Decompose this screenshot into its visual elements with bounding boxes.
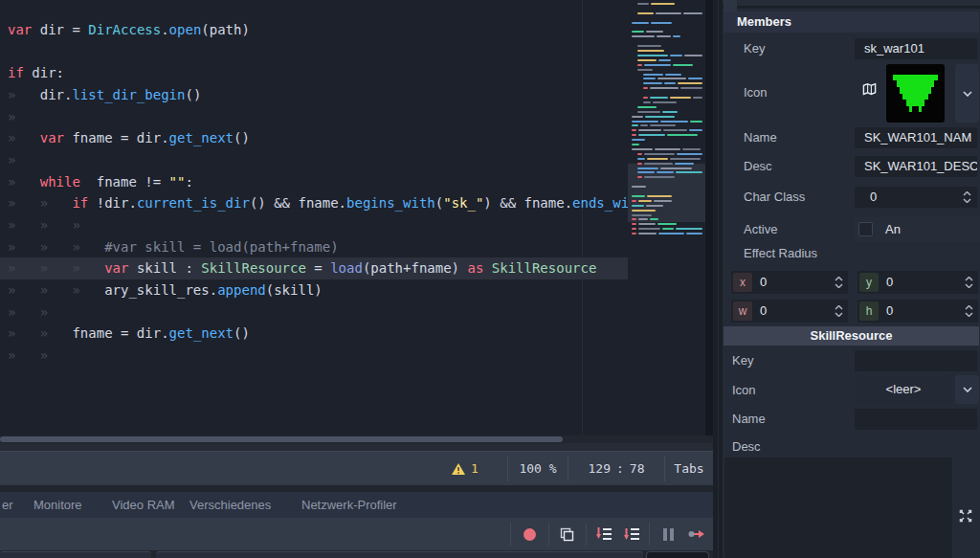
indent-mode-indicator[interactable]: Tabs (665, 452, 713, 485)
debugger-content-top (0, 550, 713, 558)
minimap-bar (637, 158, 645, 160)
debugger-tab-verschiedenes[interactable]: Verschiedenes (189, 492, 271, 518)
code-line[interactable]: » while fname != "": (8, 171, 628, 193)
sr-icon-dropdown[interactable]: <leer> (855, 375, 952, 404)
code-token: begins_with (346, 195, 435, 211)
code-line[interactable]: » » (8, 301, 628, 324)
code-line[interactable]: » » » var skill : SkillResource = load(p… (8, 257, 628, 279)
warning-count: 1 (471, 461, 479, 476)
zoom-indicator[interactable]: 100 % (508, 452, 568, 485)
skillresource-section-header[interactable]: SkillResource (724, 326, 979, 346)
effect-radius-label: Effect Radius (744, 243, 817, 264)
minimap-bar (637, 3, 649, 5)
minimap-bar (693, 97, 702, 99)
minimap-bar (689, 129, 702, 131)
step-over-button[interactable] (619, 522, 644, 547)
code-line[interactable]: » » » (8, 214, 628, 236)
debugger-tab-netzwerk-profiler[interactable]: Netzwerk-Profiler (301, 492, 397, 518)
vertical-scrollbar[interactable] (705, 0, 713, 435)
effect-radius-h-spinbox[interactable]: h 0 (858, 300, 978, 323)
warnings-indicator[interactable]: 1 (423, 452, 507, 485)
code-line[interactable]: » » » #var skill = load(path+fname) (8, 236, 628, 258)
code-area[interactable]: var dir = DirAccess.open(path)if dir:» d… (0, 0, 713, 435)
members-icon-dropdown-button[interactable] (955, 64, 979, 123)
code-line[interactable]: var dir = DirAccess.open(path) (8, 19, 628, 41)
code-token: DirAccess (88, 22, 161, 37)
effect-radius-w-spinbox[interactable]: w 0 (731, 300, 848, 323)
effect-radius-y-spinbox[interactable]: y 0 (858, 271, 978, 294)
sr-key-field[interactable] (855, 350, 977, 371)
continue-button[interactable] (684, 522, 709, 547)
spinner-updown-icon[interactable] (835, 305, 843, 317)
sr-name-field[interactable] (855, 409, 977, 430)
minimap-bar (632, 195, 645, 197)
horizontal-scrollbar[interactable] (0, 435, 713, 443)
minimap-bar (637, 69, 653, 71)
members-name-field[interactable]: SK_WAR101_NAM (855, 127, 977, 148)
debugger-tab-video-ram[interactable]: Video RAM (112, 492, 175, 518)
code-token: » (8, 325, 40, 341)
texture-resource-icon (862, 82, 877, 97)
code-line[interactable]: » » fname = dir.get_next() (8, 323, 628, 345)
copy-icon (559, 526, 574, 542)
spinner-updown-icon[interactable] (835, 277, 843, 288)
members-icon-preview[interactable] (886, 64, 945, 123)
step-into-button[interactable] (591, 522, 616, 547)
panel-block (156, 551, 643, 558)
debugger-tab-er[interactable]: er (2, 492, 13, 518)
code-token: » (72, 260, 104, 276)
code-line[interactable]: if dir: (8, 62, 628, 84)
code-line[interactable]: » var fname = dir.get_next() (8, 127, 628, 149)
spinner-updown-icon[interactable] (963, 191, 971, 203)
copy-button[interactable] (554, 522, 579, 547)
minimap-bar (643, 82, 662, 84)
sr-desc-label: Desc (732, 436, 761, 458)
toolbar-separator (649, 523, 650, 546)
dock-splitter[interactable] (713, 0, 723, 558)
code-line[interactable]: » » » ary_skill_res.append(skill) (8, 279, 628, 301)
char-class-spinbox[interactable]: 0 (855, 187, 977, 208)
minimap-bar (637, 167, 658, 169)
record-button[interactable] (517, 522, 542, 547)
pause-button[interactable] (656, 522, 680, 547)
minimap-bar (643, 101, 651, 103)
minimap-bar (656, 12, 681, 14)
active-checkbox[interactable] (858, 222, 873, 236)
expand-textarea-button[interactable] (957, 507, 974, 525)
members-section-header[interactable]: Members (724, 11, 979, 33)
axis-y-chip: y (859, 273, 879, 292)
code-line[interactable] (8, 41, 628, 63)
code-token: » (8, 239, 40, 255)
code-line[interactable]: » (8, 149, 628, 171)
minimap-bar (632, 144, 639, 145)
code-token: = (306, 260, 330, 276)
code-token: (path+fname) (363, 260, 468, 276)
pause-icon (663, 528, 674, 541)
effect-radius-x-spinbox[interactable]: x 0 (731, 271, 848, 294)
axis-w-chip: w (733, 301, 752, 321)
code-minimap[interactable] (628, 0, 705, 435)
code-line[interactable]: » dir.list_dir_begin() (8, 84, 628, 106)
debugger-toolbar (0, 518, 713, 550)
spinner-updown-icon[interactable] (965, 305, 973, 317)
debugger-tab-monitore[interactable]: Monitore (33, 492, 82, 518)
code-line[interactable]: » » (8, 345, 628, 367)
minimap-bar (650, 87, 679, 89)
code-line[interactable]: » » if !dir.current_is_dir() && fname.be… (8, 192, 628, 214)
members-key-field[interactable]: sk_war101 (855, 38, 977, 59)
code-token: dir. (40, 87, 73, 102)
horizontal-scrollbar-thumb[interactable] (0, 436, 563, 442)
code-token: . (161, 22, 168, 37)
sr-icon-dropdown-button[interactable] (955, 375, 979, 404)
code-token: » (72, 217, 79, 233)
minimap-bar (638, 129, 661, 131)
members-desc-field[interactable]: SK_WAR101_DESC (855, 156, 977, 177)
code-token: » (8, 87, 40, 102)
code-token: » (72, 239, 104, 255)
scrollbar-gap (0, 443, 713, 451)
minimap-bar (655, 148, 680, 150)
spinner-updown-icon[interactable] (965, 277, 973, 288)
sr-desc-textarea[interactable] (724, 458, 952, 558)
code-line[interactable]: » (8, 106, 628, 128)
code-token: » (40, 304, 48, 320)
